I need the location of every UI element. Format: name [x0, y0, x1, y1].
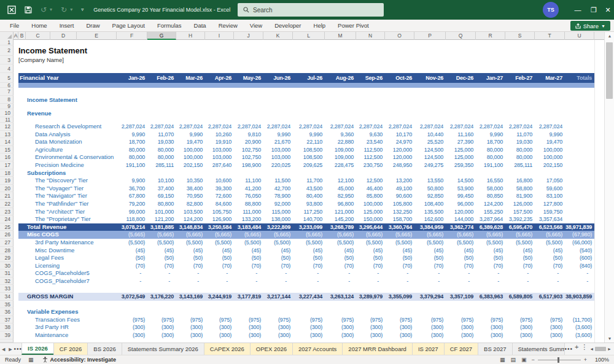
cell[interactable]: -	[234, 269, 263, 277]
column-header-I[interactable]: I	[205, 32, 234, 40]
cell[interactable]: (45)	[535, 247, 565, 255]
cell[interactable]: 202,150	[535, 161, 565, 169]
cell[interactable]: 10,600	[205, 177, 234, 185]
cell[interactable]: (300)	[117, 323, 147, 331]
row-header-30[interactable]: 30	[0, 262, 14, 270]
cell[interactable]: (66,000)	[565, 239, 594, 247]
cell[interactable]: 249,275	[414, 161, 446, 169]
cell[interactable]: Mar-26	[176, 73, 205, 83]
cell[interactable]: 19,910	[205, 138, 234, 146]
cell[interactable]: 80,000	[147, 153, 176, 161]
cell[interactable]: 230,750	[356, 161, 385, 169]
row-label-cogs-placeholder7[interactable]: COGS_Placeholder7	[35, 277, 90, 285]
scroll-up-icon[interactable]: ▲	[605, 32, 614, 40]
cell[interactable]: 37,400	[147, 185, 176, 193]
cell[interactable]: (5,500)	[446, 239, 476, 247]
row-header-37[interactable]: 37	[0, 316, 14, 324]
cell[interactable]: -	[565, 269, 594, 277]
ribbon-tab-review[interactable]: Review	[212, 20, 244, 32]
row-header-5[interactable]: 5	[0, 73, 14, 83]
minimize-button[interactable]: —	[570, 0, 586, 20]
cell[interactable]: 79,200	[117, 200, 147, 208]
cell[interactable]: (540)	[565, 247, 594, 255]
row-header-28[interactable]: 28	[0, 247, 14, 255]
cell[interactable]: 228,475	[325, 161, 356, 169]
cell[interactable]: 80,000	[147, 146, 176, 154]
ribbon-tab-draw[interactable]: Draw	[80, 20, 106, 32]
cell[interactable]: 120,000	[385, 146, 414, 154]
cell[interactable]: (975)	[234, 316, 263, 324]
cell[interactable]: (300)	[446, 331, 476, 339]
cell[interactable]: 80,000	[476, 146, 505, 154]
ribbon-tab-formulas[interactable]: Formulas	[151, 20, 188, 32]
cell[interactable]: 3,289,979	[356, 293, 385, 301]
cell[interactable]: 100,000	[176, 153, 205, 161]
cell[interactable]: 158,700	[385, 215, 414, 223]
cell[interactable]: 11,160	[446, 131, 476, 139]
cell[interactable]: 92,850	[414, 192, 446, 200]
cell[interactable]: -	[446, 269, 476, 277]
cell[interactable]: 120,000	[446, 208, 476, 216]
cell[interactable]: (5,665)	[385, 231, 414, 239]
cell[interactable]: 23,540	[356, 138, 385, 146]
cell[interactable]: 9,990	[263, 131, 293, 139]
cell[interactable]: 22,880	[325, 138, 356, 146]
cell[interactable]: 10,260	[205, 131, 234, 139]
cell[interactable]: (5,665)	[147, 231, 176, 239]
cell[interactable]: 3,295,644	[356, 223, 385, 231]
cell[interactable]: (70)	[176, 262, 205, 270]
more-sheets-icon[interactable]: •••	[565, 343, 573, 355]
cell[interactable]: 38,971,839	[565, 223, 594, 231]
cell[interactable]: (300)	[385, 323, 414, 331]
cell[interactable]: -	[176, 269, 205, 277]
cell[interactable]: 2,287,024	[293, 123, 325, 131]
zoom-in-icon[interactable]: +	[584, 357, 587, 363]
row-header-22[interactable]: 22	[0, 200, 14, 208]
cell[interactable]: 83,100	[535, 192, 565, 200]
cell[interactable]: 93,800	[293, 200, 325, 208]
cell[interactable]: 11,070	[505, 131, 535, 139]
cell[interactable]: (5,665)	[293, 231, 325, 239]
cell[interactable]: (70)	[263, 262, 293, 270]
cell[interactable]: 117,250	[293, 208, 325, 216]
cell[interactable]: 6,383,963	[476, 293, 505, 301]
row-label-total-revenue[interactable]: Total Revenue	[27, 223, 66, 231]
section-label-revenue[interactable]: Revenue	[27, 109, 52, 117]
row-label-research-development[interactable]: Research & Development	[35, 123, 101, 131]
cell[interactable]: 3,360,764	[385, 223, 414, 231]
ribbon-tab-data[interactable]: Data	[188, 20, 212, 32]
row-header-13[interactable]: 13	[0, 131, 14, 139]
cell[interactable]: 99,000	[117, 208, 147, 216]
cell[interactable]: (3,600)	[565, 331, 594, 339]
cell[interactable]: 42,700	[263, 185, 293, 193]
row-header-9[interactable]: 9	[0, 104, 14, 109]
normal-view-icon[interactable]: ▦	[500, 357, 505, 363]
cell[interactable]: 19,030	[147, 138, 176, 146]
cell[interactable]: (300)	[476, 331, 505, 339]
sheet-nav-left-icon[interactable]: ◄	[0, 343, 7, 355]
macro-record-icon[interactable]: ▦	[28, 357, 34, 363]
cell[interactable]: (5,665)	[263, 231, 293, 239]
cell[interactable]: 80,000	[505, 146, 535, 154]
zoom-knob[interactable]	[558, 357, 559, 363]
cell[interactable]: (50)	[535, 254, 565, 262]
cell[interactable]: 18,700	[476, 138, 505, 146]
cell[interactable]: 138,000	[263, 215, 293, 223]
row-label-agriculture[interactable]: Agriculture	[35, 146, 63, 154]
cell[interactable]: 19,470	[176, 138, 205, 146]
cell[interactable]: (50)	[325, 254, 356, 262]
column-header-B[interactable]: B	[18, 32, 26, 40]
cell[interactable]: (600)	[565, 254, 594, 262]
cell[interactable]: 3,384,959	[414, 223, 446, 231]
cell[interactable]: (45)	[293, 247, 325, 255]
cell[interactable]: 53,900	[446, 185, 476, 193]
cell[interactable]: 108,400	[414, 200, 446, 208]
cell[interactable]: 2,287,024	[205, 123, 234, 131]
cell[interactable]: (300)	[263, 323, 293, 331]
cell[interactable]: 126,000	[505, 200, 535, 208]
share-button[interactable]: Share ▼	[570, 21, 610, 31]
cell[interactable]: 43,500	[293, 185, 325, 193]
row-header-15[interactable]: 15	[0, 146, 14, 154]
row-label-environmental-conservation[interactable]: Environmental & Conservation	[35, 153, 114, 161]
row-label-the-voyager-tier[interactable]: The "Voyager" Tier	[35, 185, 84, 193]
